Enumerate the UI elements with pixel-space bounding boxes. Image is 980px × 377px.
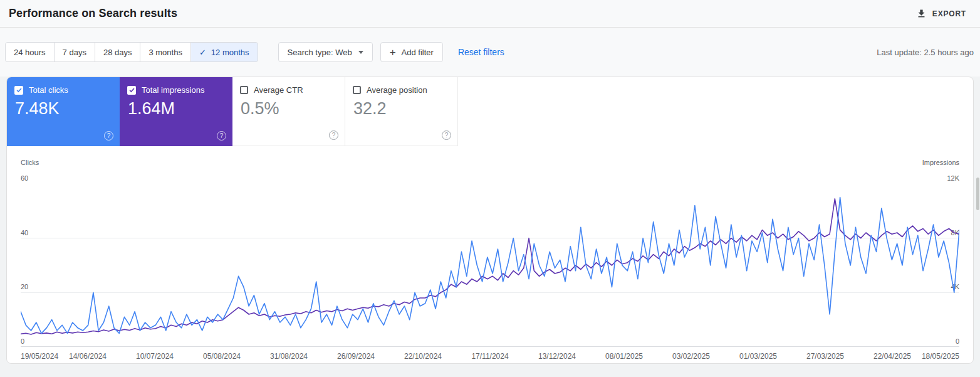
x-axis-labels: 19/05/202414/06/202410/07/202405/08/2024… <box>21 352 959 362</box>
filter-bar: 24 hours 7 days 28 days 3 months ✓ 12 mo… <box>0 28 980 77</box>
metric-value: 1.64M <box>127 99 225 119</box>
download-icon <box>916 8 927 19</box>
checkbox-checked-icon[interactable] <box>14 86 23 95</box>
performance-chart[interactable]: Clicks Impressions 60 40 20 0 12K 8K 4K … <box>21 159 959 364</box>
metric-value: 7.48K <box>14 99 112 119</box>
checkbox-unchecked-icon[interactable] <box>240 86 248 94</box>
page-title: Performance on Search results <box>9 7 177 20</box>
left-axis-title: Clicks <box>21 159 39 166</box>
date-range-label: 24 hours <box>14 48 46 57</box>
clicks-line <box>21 198 959 334</box>
x-axis-label: 22/10/2024 <box>404 352 442 361</box>
x-axis-label: 18/05/2025 <box>922 352 959 361</box>
metric-value: 0.5% <box>240 99 337 119</box>
date-range-24-hours[interactable]: 24 hours <box>5 42 55 62</box>
scrollbar[interactable] <box>976 178 979 210</box>
last-update-text: Last update: 2.5 hours ago <box>877 48 975 57</box>
check-icon: ✓ <box>199 48 206 57</box>
x-axis-label: 01/03/2025 <box>739 352 777 361</box>
chart-svg <box>21 184 959 347</box>
x-axis-label: 17/11/2024 <box>471 352 508 361</box>
page-header: Performance on Search results EXPORT <box>0 0 980 28</box>
help-icon[interactable] <box>442 130 451 140</box>
help-icon[interactable] <box>104 131 113 141</box>
date-range-12-months[interactable]: ✓ 12 months <box>190 42 258 62</box>
search-type-dropdown[interactable]: Search type: Web <box>278 42 373 62</box>
y-axis-tick-right: 12K <box>947 174 959 182</box>
performance-card: Total clicks 7.48K Total impressions 1.6… <box>6 77 974 364</box>
add-filter-button[interactable]: + Add filter <box>380 42 443 62</box>
add-filter-label: Add filter <box>402 48 434 57</box>
reset-filters-link[interactable]: Reset filters <box>458 47 504 57</box>
total-clicks-card[interactable]: Total clicks 7.48K <box>7 77 120 146</box>
average-ctr-card[interactable]: Average CTR 0.5% <box>232 77 345 146</box>
date-range-label: 12 months <box>211 48 249 57</box>
help-icon[interactable] <box>217 131 226 141</box>
x-axis-label: 03/02/2025 <box>672 352 710 361</box>
top-band: Performance on Search results EXPORT 24 … <box>0 0 980 77</box>
checkbox-checked-icon[interactable] <box>127 86 136 95</box>
metric-value: 32.2 <box>353 99 450 119</box>
date-range-selector: 24 hours 7 days 28 days 3 months ✓ 12 mo… <box>5 42 258 62</box>
date-range-7-days[interactable]: 7 days <box>54 42 95 62</box>
total-impressions-card[interactable]: Total impressions 1.64M <box>120 77 232 146</box>
average-position-card[interactable]: Average position 32.2 <box>345 77 458 146</box>
metric-label: Average position <box>367 85 427 95</box>
date-range-3-months[interactable]: 3 months <box>140 42 190 62</box>
date-range-label: 7 days <box>63 48 86 57</box>
x-axis-label: 05/08/2024 <box>203 352 241 361</box>
export-button[interactable]: EXPORT <box>911 4 971 23</box>
date-range-label: 3 months <box>149 48 182 57</box>
x-axis-label: 26/09/2024 <box>337 352 375 361</box>
x-axis-label: 19/05/2024 <box>21 352 58 361</box>
search-type-label: Search type: Web <box>288 48 352 57</box>
x-axis-label: 31/08/2024 <box>270 352 308 361</box>
plot-area[interactable] <box>21 184 959 347</box>
plus-icon: + <box>390 47 396 58</box>
date-range-28-days[interactable]: 28 days <box>95 42 141 62</box>
metric-cards-row: Total clicks 7.48K Total impressions 1.6… <box>7 77 973 146</box>
x-axis-label: 13/12/2024 <box>538 352 576 361</box>
metric-label: Average CTR <box>254 85 303 95</box>
checkbox-unchecked-icon[interactable] <box>353 86 361 94</box>
date-range-label: 28 days <box>103 48 132 57</box>
chevron-down-icon <box>358 51 363 54</box>
right-axis-title: Impressions <box>922 159 959 166</box>
y-axis-tick-left: 60 <box>21 174 28 182</box>
help-icon[interactable] <box>329 130 338 140</box>
metric-label: Total clicks <box>29 85 68 95</box>
export-label: EXPORT <box>932 9 966 18</box>
x-axis-label: 22/04/2025 <box>873 352 911 361</box>
x-axis-label: 10/07/2024 <box>136 352 174 361</box>
x-axis-label: 27/03/2025 <box>806 352 844 361</box>
metric-label: Total impressions <box>142 85 204 95</box>
x-axis-label: 08/01/2025 <box>605 352 643 361</box>
x-axis-label: 14/06/2024 <box>69 352 107 361</box>
